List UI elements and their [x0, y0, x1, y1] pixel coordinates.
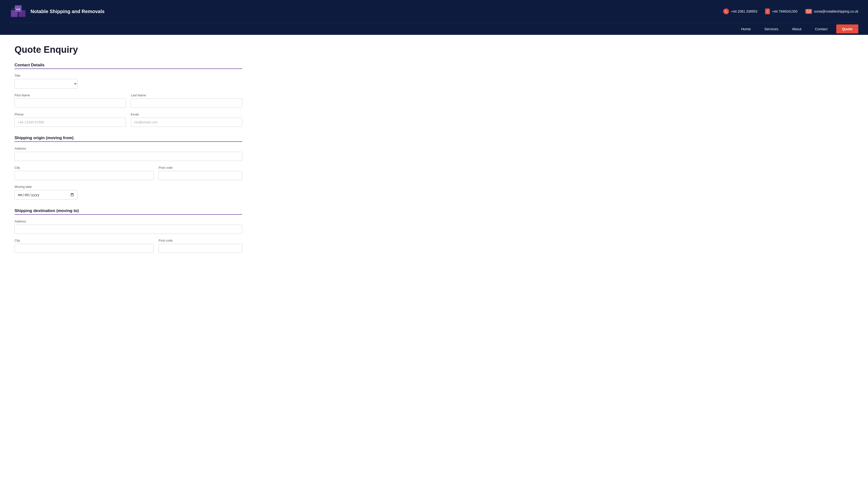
- phone-label: Phone: [14, 112, 126, 116]
- origin-address-input[interactable]: [14, 152, 242, 161]
- dest-city-label: City: [14, 239, 154, 242]
- origin-postcode-group: Post code: [159, 166, 242, 180]
- contact-details-header: Contact Details: [14, 63, 242, 68]
- name-row: First Name Last Name: [14, 93, 242, 108]
- title-label: Title: [14, 74, 242, 77]
- title-group: Title Mr Mrs Ms Dr Prof: [14, 74, 242, 89]
- moving-date-row: Moving date: [14, 185, 242, 200]
- dest-postcode-label: Post code: [159, 239, 242, 242]
- origin-city-input[interactable]: [14, 171, 154, 180]
- email-group: Email: [131, 112, 242, 127]
- first-name-input[interactable]: [14, 99, 126, 108]
- phone-group: Phone: [14, 112, 126, 127]
- last-name-input[interactable]: [131, 99, 242, 108]
- moving-date-input[interactable]: [14, 190, 78, 200]
- logo-area: NSR Notable Shipping and Removals: [10, 3, 104, 20]
- dest-city-input[interactable]: [14, 244, 154, 253]
- origin-city-group: City: [14, 166, 154, 180]
- last-name-label: Last Name: [131, 93, 242, 97]
- phone-input[interactable]: [14, 118, 126, 127]
- contact-info: +44 2081 338953 +44 7946041350: [723, 8, 858, 14]
- origin-postcode-input[interactable]: [159, 171, 242, 180]
- dest-postcode-group: Post code: [159, 239, 242, 253]
- origin-address-row: Address: [14, 147, 242, 161]
- shipping-destination-section: Shipping destination (moving to) Address…: [14, 208, 242, 253]
- origin-city-label: City: [14, 166, 154, 169]
- svg-rect-9: [807, 10, 811, 13]
- origin-divider: [14, 141, 242, 142]
- moving-date-label: Moving date: [14, 185, 78, 189]
- dest-postcode-input[interactable]: [159, 244, 242, 253]
- phone1-item: +44 2081 338953: [723, 8, 757, 14]
- nav-services[interactable]: Services: [757, 25, 785, 33]
- mobile-icon: [765, 8, 770, 14]
- origin-city-row: City Post code: [14, 166, 242, 180]
- shipping-origin-header: Shipping origin (moving from): [14, 135, 242, 140]
- first-name-group: First Name: [14, 93, 126, 108]
- nav-quote-button[interactable]: Quote: [836, 25, 858, 33]
- dest-address-input[interactable]: [14, 225, 242, 234]
- contact-divider: [14, 68, 242, 69]
- shipping-origin-section: Shipping origin (moving from) Address Ci…: [14, 135, 242, 200]
- phone2-item: +44 7946041350: [765, 8, 798, 14]
- phone2-number: +44 7946041350: [772, 9, 798, 13]
- svg-line-4: [11, 8, 13, 10]
- svg-text:NSR: NSR: [16, 8, 20, 11]
- nav-home[interactable]: Home: [734, 25, 757, 33]
- main-nav: Home Services About Contact Quote: [10, 23, 858, 35]
- destination-divider: [14, 214, 242, 215]
- nav-about[interactable]: About: [785, 25, 808, 33]
- first-name-label: First Name: [14, 93, 126, 97]
- contact-details-section: Contact Details Title Mr Mrs Ms Dr Prof …: [14, 63, 242, 127]
- origin-address-group: Address: [14, 147, 242, 161]
- nav-contact[interactable]: Contact: [808, 25, 834, 33]
- origin-address-label: Address: [14, 147, 242, 150]
- logo-icon: NSR: [10, 3, 27, 20]
- email-input[interactable]: [131, 118, 242, 127]
- page-title: Quote Enquiry: [14, 44, 276, 55]
- phone-email-row: Phone Email: [14, 112, 242, 127]
- brand-name: Notable Shipping and Removals: [31, 9, 104, 14]
- title-select[interactable]: Mr Mrs Ms Dr Prof: [14, 79, 78, 89]
- email-item: sonia@notableshipping.co.uk: [805, 9, 858, 14]
- svg-rect-7: [767, 10, 768, 12]
- phone1-number: +44 2081 338953: [731, 9, 757, 13]
- dest-address-label: Address: [14, 220, 242, 223]
- dest-city-row: City Post code: [14, 239, 242, 253]
- origin-postcode-label: Post code: [159, 166, 242, 169]
- dest-address-group: Address: [14, 220, 242, 234]
- phone-icon: [723, 8, 729, 14]
- dest-city-group: City: [14, 239, 154, 253]
- shipping-destination-header: Shipping destination (moving to): [14, 208, 242, 213]
- moving-date-group: Moving date: [14, 185, 78, 200]
- dest-address-row: Address: [14, 220, 242, 234]
- last-name-group: Last Name: [131, 93, 242, 108]
- email-address: sonia@notableshipping.co.uk: [814, 9, 858, 13]
- email-icon: [805, 9, 812, 14]
- email-label: Email: [131, 112, 242, 116]
